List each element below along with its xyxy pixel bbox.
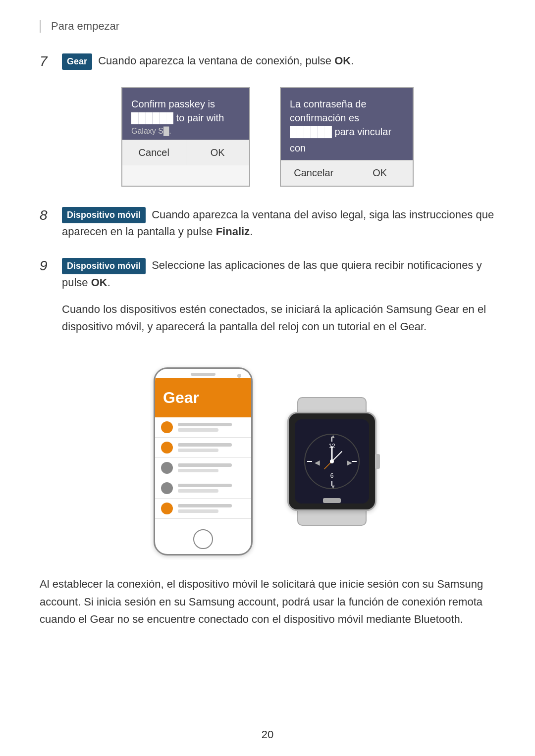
phone-menu-item-4: [155, 478, 251, 499]
dialog-es-body: con: [281, 143, 413, 160]
phone-menu-label-top-5: [178, 504, 232, 507]
phone-menu-label-top-1: [178, 423, 232, 426]
step-7-text: Gear Cuando aparezca la ventana de conex…: [62, 52, 495, 70]
dialog-es-buttons: Cancelar OK: [281, 160, 413, 186]
phone-camera-icon: [237, 374, 241, 378]
dialog-en-cancel[interactable]: Cancel: [122, 140, 186, 165]
svg-text:▲: ▲: [330, 433, 336, 439]
phone-menu-icon-4: [161, 482, 173, 494]
svg-point-10: [330, 459, 334, 463]
svg-text:▶: ▶: [347, 458, 352, 466]
phone-menu-label-bottom-5: [178, 509, 218, 513]
svg-text:6: 6: [330, 472, 334, 479]
step-8-number: 8: [40, 206, 62, 223]
dialog-es-ok[interactable]: OK: [347, 160, 413, 186]
phone-menu-icon-2: [161, 442, 173, 454]
svg-text:▼: ▼: [330, 484, 336, 490]
step-7-content: Gear Cuando aparezca la ventana de conex…: [62, 52, 495, 70]
dialog-en-ok[interactable]: OK: [186, 140, 250, 165]
dialog-en-line2: ██████ to pair with: [131, 111, 240, 125]
dialog-es-line1: La contraseña de: [290, 97, 404, 111]
dialog-es-cancel[interactable]: Cancelar: [281, 160, 347, 186]
phone-app-title: Gear: [163, 389, 199, 407]
page-number: 20: [262, 728, 273, 741]
step-8: 8 Dispositivo móvil Cuando aparezca la v…: [40, 206, 495, 240]
watch-connector: [323, 498, 341, 503]
watch-mockup: 12 6 ◀ ▶ ▲: [287, 412, 376, 511]
phone-menu-icon-5: [161, 503, 173, 514]
phone-menu-label-bottom-4: [178, 489, 218, 493]
phone-home-button-icon[interactable]: [193, 529, 213, 549]
dialog-en: Confirm passkey is ██████ to pair with G…: [121, 87, 250, 187]
watch-container: 12 6 ◀ ▶ ▲: [282, 397, 381, 526]
phone-menu-icon-1: [161, 421, 173, 433]
step-8-text: Dispositivo móvil Cuando aparezca la ven…: [62, 206, 495, 240]
para-2: Al establecer la conexión, el dispositiv…: [40, 575, 495, 628]
step-7-number: 7: [40, 52, 62, 69]
breadcrumb: Para empezar: [40, 20, 495, 33]
dialog-es-line3: ██████ para vincular: [290, 125, 404, 139]
phone-menu-item-5: [155, 499, 251, 519]
dialog-en-line3: Galaxy S█.: [131, 127, 240, 136]
step-8-content: Dispositivo móvil Cuando aparezca la ven…: [62, 206, 495, 240]
phone-menu-item-1: [155, 417, 251, 438]
phone-menu-label-bottom-2: [178, 449, 218, 452]
dialog-en-line1: Confirm passkey is: [131, 97, 240, 111]
watch-face: 12 6 ◀ ▶ ▲: [295, 419, 369, 504]
phone-menu: [155, 417, 251, 519]
phone-menu-label-top-4: [178, 484, 232, 487]
phone-menu-label-top-2: [178, 443, 232, 447]
dialog-es-line2: confirmación es: [290, 111, 404, 125]
dialog-en-buttons: Cancel OK: [122, 140, 249, 165]
dialog-es-header: La contraseña de confirmación es ██████ …: [281, 88, 413, 143]
dialog-es: La contraseña de confirmación es ██████ …: [280, 87, 414, 187]
watch-side-button: [375, 454, 380, 469]
step-9-number: 9: [40, 257, 62, 274]
phone-menu-label-bottom-1: [178, 428, 218, 432]
dialog-en-header: Confirm passkey is ██████ to pair with G…: [122, 88, 249, 140]
dialogs-row: Confirm passkey is ██████ to pair with G…: [40, 87, 495, 187]
phone-mockup: Gear: [154, 367, 253, 555]
phone-menu-icon-3: [161, 462, 173, 474]
step-9-content: Dispositivo móvil Seleccione las aplicac…: [62, 257, 495, 350]
phone-app-header: Gear: [155, 378, 251, 417]
step-9: 9 Dispositivo móvil Seleccione las aplic…: [40, 257, 495, 350]
para-1: Cuando los dispositivos estén conectados…: [62, 301, 495, 335]
step-7: 7 Gear Cuando aparezca la ventana de con…: [40, 52, 495, 70]
phone-menu-label-bottom-3: [178, 469, 218, 472]
phone-menu-item-3: [155, 458, 251, 478]
gear-badge: Gear: [62, 53, 92, 70]
phone-home-button-area: [155, 519, 251, 529]
svg-text:◀: ◀: [315, 458, 320, 466]
watch-clock-display: 12 6 ◀ ▶ ▲: [300, 424, 364, 499]
devices-row: Gear: [40, 367, 495, 555]
dispositivo-movil-badge-8: Dispositivo móvil: [62, 207, 146, 223]
dispositivo-movil-badge-9: Dispositivo móvil: [62, 258, 146, 274]
phone-menu-label-top-3: [178, 463, 232, 467]
phone-speaker-icon: [191, 373, 215, 376]
step-9-text: Dispositivo móvil Seleccione las aplicac…: [62, 257, 495, 291]
phone-menu-item-2: [155, 438, 251, 458]
